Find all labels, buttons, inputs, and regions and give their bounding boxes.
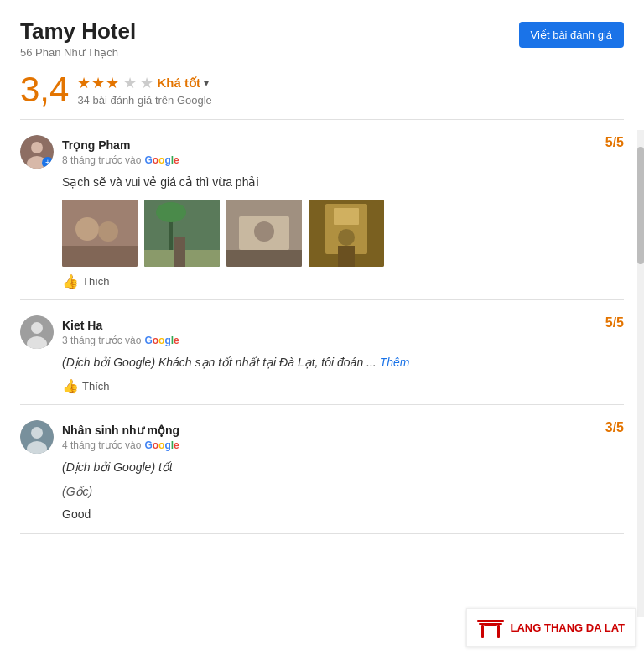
svg-rect-31 [484, 625, 497, 626]
review-header: Trọng Pham 8 tháng trước vào Google 5/5 [20, 135, 624, 169]
empty-star: ★ [140, 74, 153, 92]
hotel-address: 56 Phan Như Thạch [20, 46, 136, 59]
reviewer-info: Nhân sinh như mộng 4 tháng trước vào Goo… [20, 420, 179, 454]
review-header: Kiet Ha 3 tháng trước vào Google 5/5 [20, 315, 624, 349]
svg-point-25 [31, 427, 43, 439]
svg-rect-29 [481, 625, 484, 638]
review-meta: 8 tháng trước vào Google [62, 154, 179, 166]
reviewer-info: Trọng Pham 8 tháng trước vào Google [20, 135, 179, 169]
svg-rect-27 [477, 620, 504, 622]
thumbs-up-icon: 👍 [62, 378, 79, 394]
review-image-2[interactable] [144, 200, 220, 267]
svg-rect-18 [334, 208, 359, 225]
reviewer-name: Trọng Pham [62, 138, 179, 153]
svg-point-1 [31, 142, 43, 153]
svg-point-4 [75, 217, 99, 241]
review-meta: 4 tháng trước vào Google [62, 439, 179, 451]
svg-rect-20 [338, 246, 355, 267]
page-header: Tamy Hotel 56 Phan Như Thạch Viết bài đá… [0, 0, 644, 67]
scrollbar-thumb[interactable] [637, 147, 644, 264]
review-score: 3/5 [605, 420, 624, 435]
hotel-name: Tamy Hotel [20, 18, 136, 44]
scrollbar[interactable] [637, 130, 644, 617]
review-text: Sạch sẽ và vui vẻ giá cả thì vừa phải [62, 174, 624, 191]
review-image-4[interactable] [309, 200, 384, 267]
review-score: 5/5 [605, 135, 624, 150]
more-link[interactable]: Thêm [380, 356, 410, 369]
review-text: (Dịch bởi Google) Khách sạn tốt nhất tại… [62, 354, 624, 372]
google-logo: Google [144, 439, 179, 451]
svg-point-14 [254, 221, 274, 242]
like-button[interactable]: 👍 Thích [62, 378, 110, 394]
like-button[interactable]: 👍 Thích [62, 273, 110, 289]
review-image-3[interactable] [226, 200, 302, 267]
avatar [20, 420, 54, 454]
google-logo: Google [144, 335, 179, 346]
reviewer-details: Nhân sinh như mộng 4 tháng trước vào Goo… [62, 423, 179, 451]
svg-rect-15 [226, 250, 302, 267]
verified-badge [42, 157, 54, 169]
like-label: Thích [82, 380, 110, 392]
stars-label: ★★★★★ Khá tốt ▾ 34 bài đánh giá trên Goo… [77, 74, 211, 107]
review-score: 5/5 [605, 315, 624, 330]
review-text-content: (Dịch bởi Google) Khách sạn tốt nhất tại… [62, 356, 377, 369]
reviews-container: Trọng Pham 8 tháng trước vào Google 5/5 … [0, 120, 644, 534]
half-star: ★ [123, 74, 137, 92]
review-item: Trọng Pham 8 tháng trước vào Google 5/5 … [20, 120, 624, 300]
reviewer-info: Kiet Ha 3 tháng trước vào Google [20, 315, 179, 349]
svg-rect-6 [62, 246, 138, 267]
review-count: 34 bài đánh giá trên Google [77, 94, 211, 107]
svg-rect-28 [479, 623, 502, 625]
review-time: 4 tháng trước vào [62, 439, 141, 451]
stars-row: ★★★★★ Khá tốt ▾ [77, 74, 211, 92]
reviewer-name: Kiet Ha [62, 318, 179, 333]
review-header: Nhân sinh như mộng 4 tháng trước vào Goo… [20, 420, 624, 454]
svg-point-5 [98, 221, 118, 242]
chevron-down-icon[interactable]: ▾ [204, 77, 209, 89]
big-rating-number: 3,4 [20, 72, 69, 107]
svg-point-22 [31, 322, 43, 334]
branding: LANG THANG DA LAT [466, 608, 636, 647]
google-logo: Google [144, 154, 179, 166]
review-image-1[interactable] [62, 200, 138, 267]
svg-rect-11 [174, 237, 185, 267]
like-row: 👍 Thích [62, 378, 624, 394]
svg-rect-30 [497, 625, 500, 638]
review-item: Nhân sinh như mộng 4 tháng trước vào Goo… [20, 405, 624, 534]
reviewer-details: Kiet Ha 3 tháng trước vào Google [62, 318, 179, 346]
review-text-original: Good [62, 506, 624, 523]
svg-point-19 [338, 229, 355, 246]
write-review-button[interactable]: Viết bài đánh giá [519, 22, 624, 48]
like-row: 👍 Thích [62, 273, 624, 289]
brand-text: LANG THANG DA LAT [511, 621, 625, 634]
review-meta: 3 tháng trước vào Google [62, 335, 179, 346]
reviewer-details: Trọng Pham 8 tháng trước vào Google [62, 138, 179, 166]
review-item: Kiet Ha 3 tháng trước vào Google 5/5 (Dị… [20, 300, 624, 405]
review-text-original-label: (Gốc) [62, 483, 624, 501]
review-images [62, 200, 624, 267]
avatar [20, 315, 54, 349]
rating-label: Khá tốt [157, 75, 200, 91]
review-time: 8 tháng trước vào [62, 154, 141, 166]
torii-gate-icon [477, 614, 504, 641]
rating-section: 3,4 ★★★★★ Khá tốt ▾ 34 bài đánh giá trên… [0, 67, 644, 119]
hotel-info: Tamy Hotel 56 Phan Như Thạch [20, 18, 136, 59]
reviewer-name: Nhân sinh như mộng [62, 423, 179, 438]
svg-point-9 [156, 202, 186, 222]
full-stars: ★★★ [77, 74, 120, 92]
like-label: Thích [82, 275, 110, 288]
review-text-translated: (Dịch bởi Google) tốt [62, 459, 624, 476]
review-time: 3 tháng trước vào [62, 335, 141, 346]
avatar [20, 135, 54, 169]
thumbs-up-icon: 👍 [62, 273, 79, 289]
